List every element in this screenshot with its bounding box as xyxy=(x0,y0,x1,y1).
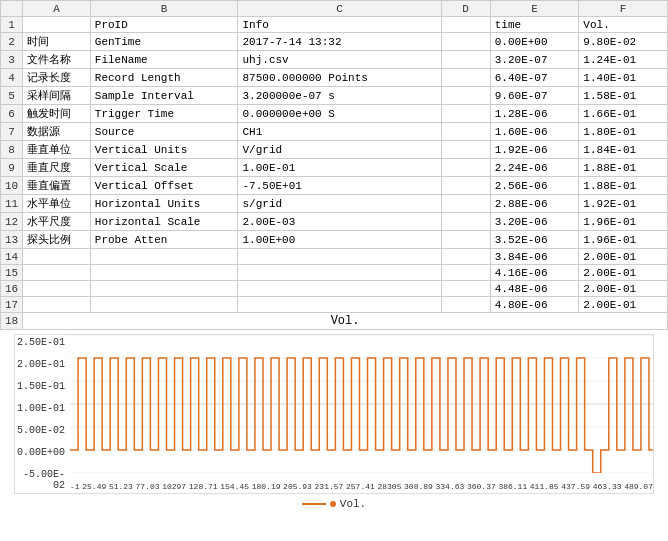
cell-C12[interactable]: 2.00E-03 xyxy=(238,213,441,231)
cell-A2[interactable]: 时间 xyxy=(23,33,91,51)
cell-F7[interactable]: 1.80E-01 xyxy=(579,123,668,141)
cell-C3[interactable]: uhj.csv xyxy=(238,51,441,69)
cell-E11[interactable]: 2.88E-06 xyxy=(490,195,579,213)
cell-D8[interactable] xyxy=(441,141,490,159)
cell-C4[interactable]: 87500.000000 Points xyxy=(238,69,441,87)
cell-F15[interactable]: 2.00E-01 xyxy=(579,265,668,281)
cell-B11[interactable]: Horizontal Units xyxy=(90,195,238,213)
cell-F13[interactable]: 1.96E-01 xyxy=(579,231,668,249)
cell-E6[interactable]: 1.28E-06 xyxy=(490,105,579,123)
cell-D12[interactable] xyxy=(441,213,490,231)
cell-F16[interactable]: 2.00E-01 xyxy=(579,281,668,297)
cell-B2[interactable]: GenTime xyxy=(90,33,238,51)
cell-A15[interactable] xyxy=(23,265,91,281)
cell-A11[interactable]: 水平单位 xyxy=(23,195,91,213)
cell-C8[interactable]: V/grid xyxy=(238,141,441,159)
cell-F10[interactable]: 1.88E-01 xyxy=(579,177,668,195)
cell-B5[interactable]: Sample Interval xyxy=(90,87,238,105)
cell-C14[interactable] xyxy=(238,249,441,265)
cell-E10[interactable]: 2.56E-06 xyxy=(490,177,579,195)
cell-F17[interactable]: 2.00E-01 xyxy=(579,297,668,313)
cell-A4[interactable]: 记录长度 xyxy=(23,69,91,87)
cell-F1[interactable]: Vol. xyxy=(579,17,668,33)
cell-C15[interactable] xyxy=(238,265,441,281)
cell-B1[interactable]: ProID xyxy=(90,17,238,33)
cell-D2[interactable] xyxy=(441,33,490,51)
cell-E8[interactable]: 1.92E-06 xyxy=(490,141,579,159)
cell-F5[interactable]: 1.58E-01 xyxy=(579,87,668,105)
cell-B16[interactable] xyxy=(90,281,238,297)
cell-B9[interactable]: Vertical Scale xyxy=(90,159,238,177)
cell-D10[interactable] xyxy=(441,177,490,195)
cell-B17[interactable] xyxy=(90,297,238,313)
cell-E2[interactable]: 0.00E+00 xyxy=(490,33,579,51)
cell-F3[interactable]: 1.24E-01 xyxy=(579,51,668,69)
cell-C13[interactable]: 1.00E+00 xyxy=(238,231,441,249)
col-header-E[interactable]: E xyxy=(490,1,579,17)
cell-C9[interactable]: 1.00E-01 xyxy=(238,159,441,177)
cell-D17[interactable] xyxy=(441,297,490,313)
cell-C11[interactable]: s/grid xyxy=(238,195,441,213)
cell-F6[interactable]: 1.66E-01 xyxy=(579,105,668,123)
cell-B8[interactable]: Vertical Units xyxy=(90,141,238,159)
cell-A8[interactable]: 垂直单位 xyxy=(23,141,91,159)
cell-C17[interactable] xyxy=(238,297,441,313)
cell-D1[interactable] xyxy=(441,17,490,33)
cell-A17[interactable] xyxy=(23,297,91,313)
cell-E5[interactable]: 9.60E-07 xyxy=(490,87,579,105)
cell-A3[interactable]: 文件名称 xyxy=(23,51,91,69)
col-header-B[interactable]: B xyxy=(90,1,238,17)
cell-F8[interactable]: 1.84E-01 xyxy=(579,141,668,159)
cell-A16[interactable] xyxy=(23,281,91,297)
cell-E1[interactable]: time xyxy=(490,17,579,33)
col-header-A[interactable]: A xyxy=(23,1,91,17)
cell-F4[interactable]: 1.40E-01 xyxy=(579,69,668,87)
cell-D9[interactable] xyxy=(441,159,490,177)
cell-E7[interactable]: 1.60E-06 xyxy=(490,123,579,141)
cell-F11[interactable]: 1.92E-01 xyxy=(579,195,668,213)
cell-A14[interactable] xyxy=(23,249,91,265)
col-header-C[interactable]: C xyxy=(238,1,441,17)
col-header-F[interactable]: F xyxy=(579,1,668,17)
cell-D5[interactable] xyxy=(441,87,490,105)
cell-B6[interactable]: Trigger Time xyxy=(90,105,238,123)
cell-A9[interactable]: 垂直尺度 xyxy=(23,159,91,177)
cell-E13[interactable]: 3.52E-06 xyxy=(490,231,579,249)
cell-D15[interactable] xyxy=(441,265,490,281)
cell-D13[interactable] xyxy=(441,231,490,249)
cell-A5[interactable]: 采样间隔 xyxy=(23,87,91,105)
cell-B15[interactable] xyxy=(90,265,238,281)
cell-C7[interactable]: CH1 xyxy=(238,123,441,141)
cell-A12[interactable]: 水平尺度 xyxy=(23,213,91,231)
cell-B12[interactable]: Horizontal Scale xyxy=(90,213,238,231)
cell-D16[interactable] xyxy=(441,281,490,297)
cell-C6[interactable]: 0.000000e+00 S xyxy=(238,105,441,123)
cell-F14[interactable]: 2.00E-01 xyxy=(579,249,668,265)
cell-A7[interactable]: 数据源 xyxy=(23,123,91,141)
cell-B13[interactable]: Probe Atten xyxy=(90,231,238,249)
cell-E9[interactable]: 2.24E-06 xyxy=(490,159,579,177)
cell-C16[interactable] xyxy=(238,281,441,297)
cell-C5[interactable]: 3.200000e-07 s xyxy=(238,87,441,105)
cell-A6[interactable]: 触发时间 xyxy=(23,105,91,123)
cell-D14[interactable] xyxy=(441,249,490,265)
cell-A13[interactable]: 探头比例 xyxy=(23,231,91,249)
cell-D3[interactable] xyxy=(441,51,490,69)
cell-F9[interactable]: 1.88E-01 xyxy=(579,159,668,177)
cell-C1[interactable]: Info xyxy=(238,17,441,33)
cell-B10[interactable]: Vertical Offset xyxy=(90,177,238,195)
cell-B3[interactable]: FileName xyxy=(90,51,238,69)
cell-E16[interactable]: 4.48E-06 xyxy=(490,281,579,297)
cell-A10[interactable]: 垂直偏置 xyxy=(23,177,91,195)
cell-B4[interactable]: Record Length xyxy=(90,69,238,87)
col-header-D[interactable]: D xyxy=(441,1,490,17)
cell-E3[interactable]: 3.20E-07 xyxy=(490,51,579,69)
cell-F12[interactable]: 1.96E-01 xyxy=(579,213,668,231)
cell-E15[interactable]: 4.16E-06 xyxy=(490,265,579,281)
cell-F2[interactable]: 9.80E-02 xyxy=(579,33,668,51)
cell-E4[interactable]: 6.40E-07 xyxy=(490,69,579,87)
cell-A1[interactable] xyxy=(23,17,91,33)
cell-C10[interactable]: -7.50E+01 xyxy=(238,177,441,195)
cell-E14[interactable]: 3.84E-06 xyxy=(490,249,579,265)
cell-D6[interactable] xyxy=(441,105,490,123)
